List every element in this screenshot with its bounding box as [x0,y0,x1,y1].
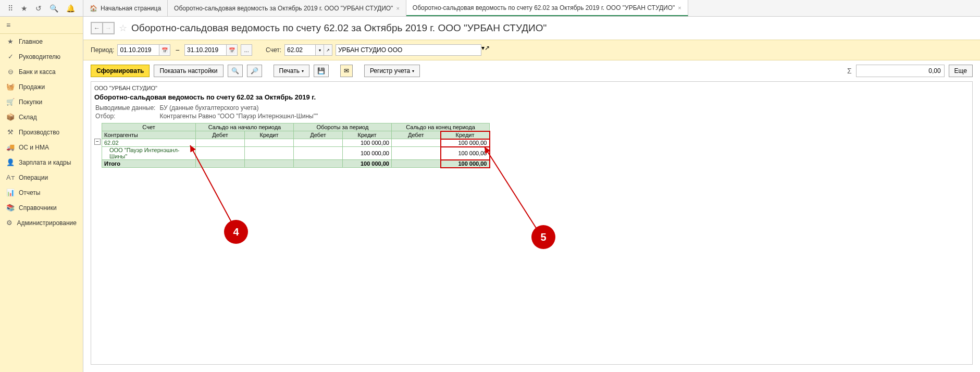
sidebar-item-label: Банк и касса [19,68,56,76]
table-row[interactable]: 62.02 100 000,00 100 000,00 [102,139,490,147]
history-icon[interactable]: ↺ [35,4,42,13]
sidebar-icon: ⚙ [6,219,13,227]
sidebar-item-label: Руководителю [19,53,60,60]
more-button[interactable]: Еще [949,65,973,77]
sidebar-item-label: Производство [19,129,59,136]
sidebar-item-11[interactable]: 📚Справочники [0,200,83,215]
tab-home[interactable]: 🏠 Начальная страница [83,0,168,16]
col-end: Сальдо на конец периода [392,123,490,131]
report-company: ООО "УРБАН СТУДИО" [94,84,969,92]
col-account: Счет [102,123,196,131]
generate-button[interactable]: Сформировать [91,65,150,77]
close-icon[interactable]: × [396,5,399,11]
email-button[interactable]: ✉ [340,65,353,77]
sidebar-item-10[interactable]: 📊Отчеты [0,185,83,200]
table-row[interactable]: ООО "Пауэр Интернэшнл-Шины" 100 000,00 1… [102,147,490,160]
sidebar-item-2[interactable]: ⊖Банк и касса [0,64,83,79]
toolbar: Сформировать Показать настройки 🔍 🔎 Печа… [83,60,980,81]
sidebar-item-label: Зарплата и кадры [19,159,71,166]
sidebar-item-7[interactable]: 🚚ОС и НМА [0,140,83,155]
annotation-4: 4 [224,220,248,244]
nav-forward-button[interactable]: → [103,22,114,34]
sidebar-item-label: Отчеты [19,189,40,196]
col-contragents: Контрагенты [102,131,196,139]
period-label: Период: [91,46,114,54]
sidebar-item-8[interactable]: 👤Зарплата и кадры [0,155,83,170]
tab-label: Начальная страница [101,5,161,12]
sidebar-icon: ✓ [6,53,15,60]
sidebar-item-3[interactable]: 🧺Продажи [0,79,83,94]
sidebar-icon: 🚚 [6,143,15,151]
sidebar-icon: 📊 [6,189,15,196]
col-turn: Обороты за период [294,123,392,131]
sidebar-item-12[interactable]: ⚙Администрирование [0,215,83,230]
save-button[interactable]: 💾 [314,65,329,77]
sum-output: 0,00 [856,65,945,77]
bell-icon[interactable]: 🔔 [66,4,75,13]
period-picker-button[interactable]: ... [241,44,252,56]
topbar-icon-group: ⠿ ★ ↺ 🔍 🔔 [0,0,83,16]
report-meta: Выводимые данные:БУ (данные бухгалтерско… [94,103,319,121]
sidebar-icon: Aᴛ [6,173,15,181]
sidebar-item-6[interactable]: ⚒Производство [0,125,83,140]
sidebar-icon: ★ [6,38,15,45]
report-area: ООО "УРБАН СТУДИО" Оборотно-сальдовая ве… [91,81,973,365]
print-button[interactable]: Печать ▾ [274,65,309,77]
search-icon[interactable]: 🔍 [49,4,58,13]
sidebar-item-label: Администрирование [17,219,77,227]
sidebar-item-4[interactable]: 🛒Покупки [0,94,83,109]
date-from-input[interactable] [117,44,159,56]
apps-icon[interactable]: ⠿ [8,4,13,13]
titlebar: ← → ☆ Оборотно-сальдовая ведомость по сч… [83,17,980,40]
sidebar-icon: 📚 [6,204,15,212]
find-button[interactable]: 🔍 [228,65,243,77]
favorite-star-icon[interactable]: ☆ [119,22,127,34]
sidebar-item-0[interactable]: ★Главное [0,34,83,49]
account-label: Счет: [266,46,281,54]
register-button[interactable]: Регистр учета ▾ [364,65,420,77]
find-replace-button[interactable]: 🔎 [247,65,262,77]
topbar: ⠿ ★ ↺ 🔍 🔔 🏠 Начальная страница Оборотно-… [0,0,980,17]
menu-toggle-icon[interactable]: ≡ [0,17,83,34]
sidebar: ≡ ★Главное✓Руководителю⊖Банк и касса🧺Про… [0,17,83,372]
tab-osvt-account-active[interactable]: Оборотно-сальдовая ведомость по счету 62… [406,0,688,16]
table-total-row: Итого 100 000,00 100 000,00 [102,160,490,168]
tab-label: Оборотно-сальдовая ведомость за Октябрь … [174,5,393,12]
sidebar-icon: 👤 [6,158,15,166]
sidebar-icon: ⊖ [6,68,15,76]
org-input[interactable] [336,44,481,56]
sidebar-item-label: Справочники [19,204,57,212]
sidebar-item-label: Склад [19,114,37,121]
calendar-icon[interactable]: 📅 [226,44,238,56]
sidebar-item-label: Покупки [19,98,42,106]
sidebar-icon: 🛒 [6,98,15,106]
show-settings-button[interactable]: Показать настройки [154,65,223,77]
sidebar-icon: 🧺 [6,83,15,91]
tab-label: Оборотно-сальдовая ведомость по счету 62… [413,4,675,11]
tab-osvt[interactable]: Оборотно-сальдовая ведомость за Октябрь … [168,0,406,16]
report-title: Оборотно-сальдовая ведомость по счету 62… [94,92,969,103]
page-title: Оборотно-сальдовая ведомость по счету 62… [131,22,547,34]
org-open-icon[interactable]: ↗ [485,44,490,56]
sidebar-item-1[interactable]: ✓Руководителю [0,49,83,64]
sigma-icon: Σ [847,67,852,75]
range-dash: – [176,46,179,54]
home-icon: 🏠 [90,5,97,12]
star-icon[interactable]: ★ [21,4,28,13]
sidebar-icon: 📦 [6,113,15,121]
annotation-5: 5 [531,225,555,249]
calendar-icon[interactable]: 📅 [159,44,170,56]
sidebar-item-9[interactable]: AᴛОперации [0,170,83,185]
sidebar-item-5[interactable]: 📦Склад [0,109,83,125]
account-input[interactable] [284,44,316,56]
account-open-icon[interactable]: ↗ [324,44,332,56]
sidebar-item-label: Главное [19,38,43,45]
date-to-input[interactable] [184,44,226,56]
sidebar-item-label: Операции [19,174,48,181]
report-table: Счет Сальдо на начало периода Обороты за… [102,123,490,168]
account-dropdown-icon[interactable]: ▾ [316,44,324,56]
close-icon[interactable]: × [678,5,681,11]
tree-collapse-icon[interactable]: − [94,139,101,145]
filter-bar: Период: 📅 – 📅 ... Счет: ▾ ↗ ▾ ↗ [83,40,980,60]
nav-back-button[interactable]: ← [91,22,103,34]
